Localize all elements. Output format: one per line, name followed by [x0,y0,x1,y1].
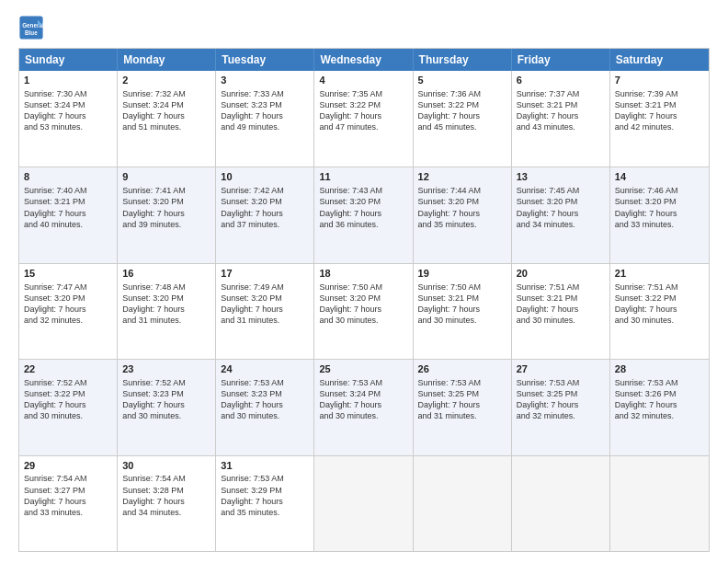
day-details: Sunrise: 7:40 AMSunset: 3:21 PMDaylight:… [24,185,112,230]
day-details: Sunrise: 7:32 AMSunset: 3:24 PMDaylight:… [122,88,210,133]
day-number: 12 [418,170,506,184]
page: General Blue SundayMondayTuesdayWednesda… [0,0,728,563]
cal-header-day: Monday [118,49,216,71]
day-details: Sunrise: 7:47 AMSunset: 3:20 PMDaylight:… [24,282,112,327]
calendar-cell: 18Sunrise: 7:50 AMSunset: 3:20 PMDayligh… [314,264,413,359]
day-number: 22 [24,362,112,376]
calendar-cell: 27Sunrise: 7:53 AMSunset: 3:25 PMDayligh… [512,360,610,454]
day-details: Sunrise: 7:53 AMSunset: 3:29 PMDaylight:… [221,473,309,518]
day-number: 21 [615,267,704,281]
day-details: Sunrise: 7:53 AMSunset: 3:24 PMDaylight:… [319,377,407,422]
calendar-cell-empty [314,456,413,551]
day-details: Sunrise: 7:44 AMSunset: 3:20 PMDaylight:… [418,185,506,230]
day-details: Sunrise: 7:37 AMSunset: 3:21 PMDaylight:… [517,88,605,133]
calendar-cell: 1Sunrise: 7:30 AMSunset: 3:24 PMDaylight… [19,71,118,167]
calendar-cell: 3Sunrise: 7:33 AMSunset: 3:23 PMDaylight… [216,71,314,167]
cal-header-day: Tuesday [216,49,314,71]
calendar-cell: 23Sunrise: 7:52 AMSunset: 3:23 PMDayligh… [118,360,216,454]
day-details: Sunrise: 7:52 AMSunset: 3:22 PMDaylight:… [24,377,112,422]
cal-header-day: Friday [512,49,610,71]
day-details: Sunrise: 7:41 AMSunset: 3:20 PMDaylight:… [122,185,210,230]
day-details: Sunrise: 7:43 AMSunset: 3:20 PMDaylight:… [319,185,407,230]
calendar-cell: 7Sunrise: 7:39 AMSunset: 3:21 PMDaylight… [610,71,709,167]
day-number: 26 [418,362,506,376]
day-details: Sunrise: 7:54 AMSunset: 3:28 PMDaylight:… [122,473,210,518]
calendar-cell: 20Sunrise: 7:51 AMSunset: 3:21 PMDayligh… [512,264,610,359]
calendar-header: SundayMondayTuesdayWednesdayThursdayFrid… [19,49,709,71]
day-details: Sunrise: 7:35 AMSunset: 3:22 PMDaylight:… [319,88,407,133]
calendar-cell: 28Sunrise: 7:53 AMSunset: 3:26 PMDayligh… [610,360,709,454]
calendar: SundayMondayTuesdayWednesdayThursdayFrid… [18,48,710,552]
calendar-row: 22Sunrise: 7:52 AMSunset: 3:22 PMDayligh… [19,359,709,454]
day-details: Sunrise: 7:53 AMSunset: 3:26 PMDaylight:… [615,377,704,422]
day-details: Sunrise: 7:53 AMSunset: 3:25 PMDaylight:… [517,377,605,422]
logo: General Blue [18,15,48,40]
header: General Blue [18,15,710,40]
day-number: 15 [24,267,112,281]
day-number: 25 [319,362,407,376]
day-details: Sunrise: 7:54 AMSunset: 3:27 PMDaylight:… [24,473,112,518]
day-number: 18 [319,267,407,281]
cal-header-day: Thursday [414,49,512,71]
calendar-cell: 4Sunrise: 7:35 AMSunset: 3:22 PMDaylight… [314,71,413,167]
day-details: Sunrise: 7:49 AMSunset: 3:20 PMDaylight:… [221,282,309,327]
day-details: Sunrise: 7:36 AMSunset: 3:22 PMDaylight:… [418,88,506,133]
calendar-row: 1Sunrise: 7:30 AMSunset: 3:24 PMDaylight… [19,71,709,167]
calendar-cell: 16Sunrise: 7:48 AMSunset: 3:20 PMDayligh… [118,264,216,359]
calendar-cell: 6Sunrise: 7:37 AMSunset: 3:21 PMDaylight… [512,71,610,167]
day-details: Sunrise: 7:51 AMSunset: 3:22 PMDaylight:… [615,282,704,327]
day-number: 11 [319,170,407,184]
day-number: 9 [122,170,210,184]
calendar-cell: 15Sunrise: 7:47 AMSunset: 3:20 PMDayligh… [19,264,118,359]
day-details: Sunrise: 7:42 AMSunset: 3:20 PMDaylight:… [221,185,309,230]
day-number: 1 [24,74,112,87]
day-details: Sunrise: 7:46 AMSunset: 3:20 PMDaylight:… [615,185,704,230]
day-number: 31 [221,459,309,473]
day-details: Sunrise: 7:52 AMSunset: 3:23 PMDaylight:… [122,377,210,422]
day-number: 8 [24,170,112,184]
calendar-cell: 5Sunrise: 7:36 AMSunset: 3:22 PMDaylight… [414,71,512,167]
calendar-row: 29Sunrise: 7:54 AMSunset: 3:27 PMDayligh… [19,455,709,551]
day-details: Sunrise: 7:51 AMSunset: 3:21 PMDaylight:… [517,282,605,327]
day-number: 3 [221,74,309,87]
day-number: 23 [122,362,210,376]
day-number: 27 [517,362,605,376]
calendar-cell: 8Sunrise: 7:40 AMSunset: 3:21 PMDaylight… [19,167,118,262]
calendar-cell: 14Sunrise: 7:46 AMSunset: 3:20 PMDayligh… [610,167,709,262]
cal-header-day: Saturday [610,49,709,71]
calendar-cell: 19Sunrise: 7:50 AMSunset: 3:21 PMDayligh… [414,264,512,359]
day-number: 4 [319,74,407,87]
calendar-body: 1Sunrise: 7:30 AMSunset: 3:24 PMDaylight… [19,71,709,551]
cal-header-day: Wednesday [314,49,413,71]
calendar-cell-empty [414,456,512,551]
day-number: 29 [24,459,112,473]
day-number: 19 [418,267,506,281]
day-details: Sunrise: 7:48 AMSunset: 3:20 PMDaylight:… [122,282,210,327]
svg-text:Blue: Blue [25,29,38,36]
calendar-cell: 21Sunrise: 7:51 AMSunset: 3:22 PMDayligh… [610,264,709,359]
calendar-cell: 2Sunrise: 7:32 AMSunset: 3:24 PMDaylight… [118,71,216,167]
day-number: 14 [615,170,704,184]
calendar-cell: 13Sunrise: 7:45 AMSunset: 3:20 PMDayligh… [512,167,610,262]
day-number: 2 [122,74,210,87]
day-number: 20 [517,267,605,281]
day-number: 6 [517,74,605,87]
day-details: Sunrise: 7:30 AMSunset: 3:24 PMDaylight:… [24,88,112,133]
calendar-cell-empty [512,456,610,551]
day-details: Sunrise: 7:53 AMSunset: 3:25 PMDaylight:… [418,377,506,422]
day-details: Sunrise: 7:45 AMSunset: 3:20 PMDaylight:… [517,185,605,230]
day-details: Sunrise: 7:33 AMSunset: 3:23 PMDaylight:… [221,88,309,133]
calendar-row: 15Sunrise: 7:47 AMSunset: 3:20 PMDayligh… [19,263,709,359]
calendar-cell: 24Sunrise: 7:53 AMSunset: 3:23 PMDayligh… [216,360,314,454]
calendar-cell: 10Sunrise: 7:42 AMSunset: 3:20 PMDayligh… [216,167,314,262]
day-number: 7 [615,74,704,87]
day-number: 5 [418,74,506,87]
day-details: Sunrise: 7:39 AMSunset: 3:21 PMDaylight:… [615,88,704,133]
cal-header-day: Sunday [19,49,118,71]
calendar-cell: 22Sunrise: 7:52 AMSunset: 3:22 PMDayligh… [19,360,118,454]
day-number: 30 [122,459,210,473]
day-details: Sunrise: 7:50 AMSunset: 3:21 PMDaylight:… [418,282,506,327]
calendar-cell: 31Sunrise: 7:53 AMSunset: 3:29 PMDayligh… [216,456,314,551]
calendar-cell-empty [610,456,709,551]
day-number: 13 [517,170,605,184]
